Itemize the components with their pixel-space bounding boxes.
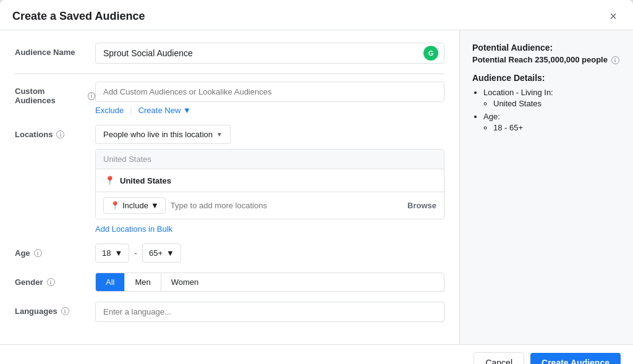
location-dropdown-button[interactable]: People who live in this location ▼ [95, 125, 231, 144]
age-label: Age i [15, 243, 95, 258]
location-box: United States 📍 United States 📍 Include … [95, 149, 444, 219]
age-from-select[interactable]: 18 ▼ [95, 243, 129, 263]
detail-age-range: 18 - 65+ [493, 123, 621, 132]
detail-location-us: United States [493, 99, 621, 108]
custom-audiences-info-icon[interactable]: i [88, 92, 95, 100]
age-to-chevron-icon: ▼ [166, 248, 174, 258]
audience-name-label: Audience Name [15, 43, 95, 57]
audience-details-list: Location - Living In: United States Age:… [472, 88, 621, 132]
modal-footer: Cancel Create Audience [0, 344, 633, 364]
age-row: Age i 18 ▼ - 65+ ▼ [15, 243, 444, 263]
location-pin-icon: 📍 [104, 176, 115, 185]
locations-info-icon[interactable]: i [56, 130, 64, 138]
chevron-down-icon: ▼ [216, 131, 223, 138]
location-type-icon: 📍 [110, 201, 120, 210]
divider-1 [15, 74, 444, 74]
detail-location: Location - Living In: United States [483, 88, 621, 108]
age-from-chevron-icon: ▼ [114, 248, 122, 258]
gender-all-button[interactable]: All [96, 273, 125, 291]
potential-reach-info-icon[interactable]: i [611, 56, 619, 64]
custom-audiences-label: Custom Audiences i [15, 82, 95, 105]
gender-men-button[interactable]: Men [125, 273, 161, 291]
audience-name-wrapper: G [95, 43, 444, 64]
modal-body: Audience Name G Custom Audiences i [0, 30, 633, 344]
potential-audience-title: Potential Audience: [472, 43, 621, 53]
age-to-select[interactable]: 65+ ▼ [142, 243, 181, 263]
cancel-button[interactable]: Cancel [474, 352, 524, 364]
custom-audiences-control: Exclude | Create New ▼ [95, 82, 444, 115]
include-button[interactable]: 📍 Include ▼ [103, 197, 166, 214]
gender-row: Gender i All Men Women [15, 273, 444, 292]
audience-name-row: Audience Name G [15, 43, 444, 64]
locations-row: Locations i People who live in this loca… [15, 125, 444, 234]
location-include-row: 📍 Include ▼ Browse [96, 192, 444, 219]
right-panel: Potential Audience: Potential Reach 235,… [460, 30, 633, 344]
left-panel: Audience Name G Custom Audiences i [0, 30, 460, 344]
exclude-link[interactable]: Exclude [95, 106, 124, 115]
gender-info-icon[interactable]: i [47, 278, 55, 286]
audience-name-input[interactable] [95, 43, 444, 64]
custom-audiences-row: Custom Audiences i Exclude | Create New … [15, 82, 444, 115]
age-dash: - [134, 248, 137, 258]
create-saved-audience-modal: Create a Saved Audience × Audience Name … [0, 0, 633, 364]
detail-age: Age: 18 - 65+ [483, 112, 621, 132]
modal-header: Create a Saved Audience × [0, 0, 633, 30]
gender-buttons: All Men Women [95, 273, 444, 292]
include-chevron-icon: ▼ [151, 201, 159, 210]
audience-links: Exclude | Create New ▼ [95, 106, 444, 115]
create-audience-button[interactable]: Create Audience [530, 353, 621, 364]
languages-input[interactable] [95, 302, 444, 322]
location-type-input[interactable] [171, 198, 397, 213]
location-selected-name: United States [120, 176, 171, 185]
location-sub-list: United States [483, 99, 621, 108]
languages-control [95, 302, 444, 322]
grammarly-icon: G [423, 46, 438, 61]
browse-button[interactable]: Browse [407, 201, 436, 210]
languages-row: Languages i [15, 302, 444, 322]
location-item: 📍 United States [96, 169, 444, 192]
close-button[interactable]: × [606, 9, 621, 23]
gender-control: All Men Women [95, 273, 444, 292]
create-new-link[interactable]: Create New ▼ [138, 106, 191, 115]
locations-label: Locations i [15, 125, 95, 139]
location-search-text: United States [96, 150, 444, 169]
languages-label: Languages i [15, 302, 95, 316]
age-info-icon[interactable]: i [34, 249, 42, 257]
gender-label: Gender i [15, 273, 95, 287]
audience-name-control: G [95, 43, 444, 64]
add-bulk-link[interactable]: Add Locations in Bulk [95, 224, 172, 234]
audience-details-title: Audience Details: [472, 73, 621, 83]
gender-women-button[interactable]: Women [161, 273, 209, 291]
age-control: 18 ▼ - 65+ ▼ [95, 243, 444, 263]
locations-control: People who live in this location ▼ Unite… [95, 125, 444, 234]
languages-info-icon[interactable]: i [61, 307, 69, 315]
age-sub-list: 18 - 65+ [483, 123, 621, 132]
custom-audiences-input[interactable] [95, 82, 444, 102]
modal-title: Create a Saved Audience [12, 10, 145, 23]
potential-reach: Potential Reach 235,000,000 people i [472, 55, 621, 64]
